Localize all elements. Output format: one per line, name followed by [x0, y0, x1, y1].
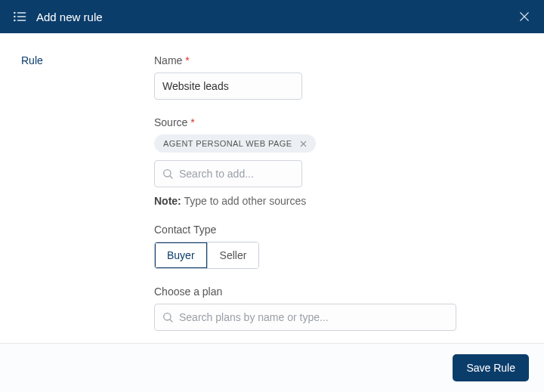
modal-content: Rule Name * Source * AGENT PERSONAL WEB … [0, 33, 544, 343]
contact-type-group: Contact Type Buyer Seller [154, 224, 523, 269]
modal-header: Add new rule [0, 0, 544, 33]
source-group: Source * AGENT PERSONAL WEB PAGE [154, 116, 523, 207]
modal-title: Add new rule [36, 11, 517, 23]
plan-search-input[interactable] [154, 304, 456, 331]
rule-list-icon [12, 9, 27, 24]
contact-type-seller[interactable]: Seller [207, 242, 259, 268]
plan-group: Choose a plan [154, 286, 523, 331]
modal-footer: Save Rule [0, 343, 544, 392]
source-label: Source * [154, 116, 523, 128]
svg-point-4 [14, 20, 16, 22]
source-search-input[interactable] [154, 160, 302, 187]
close-button[interactable] [517, 9, 532, 24]
contact-type-segmented: Buyer Seller [154, 242, 259, 269]
save-rule-button[interactable]: Save Rule [453, 354, 529, 381]
name-group: Name * [154, 54, 523, 100]
required-indicator: * [190, 116, 194, 128]
plan-search-wrap [154, 304, 456, 331]
section-label: Rule [21, 54, 154, 66]
name-input[interactable] [154, 73, 302, 100]
source-chip-label: AGENT PERSONAL WEB PAGE [163, 139, 292, 148]
source-chip: AGENT PERSONAL WEB PAGE [154, 134, 316, 153]
form-column: Name * Source * AGENT PERSONAL WEB PAGE [154, 54, 544, 343]
chip-remove-icon[interactable] [298, 138, 308, 149]
section-label-column: Rule [21, 54, 154, 343]
contact-type-label: Contact Type [154, 224, 523, 236]
contact-type-buyer[interactable]: Buyer [155, 242, 207, 268]
plan-label: Choose a plan [154, 286, 523, 298]
name-label: Name * [154, 54, 523, 66]
required-indicator: * [185, 54, 189, 66]
svg-point-2 [14, 16, 16, 18]
source-search-wrap [154, 160, 302, 187]
svg-point-0 [14, 12, 16, 14]
source-note: Note: Type to add other sources [154, 195, 523, 207]
